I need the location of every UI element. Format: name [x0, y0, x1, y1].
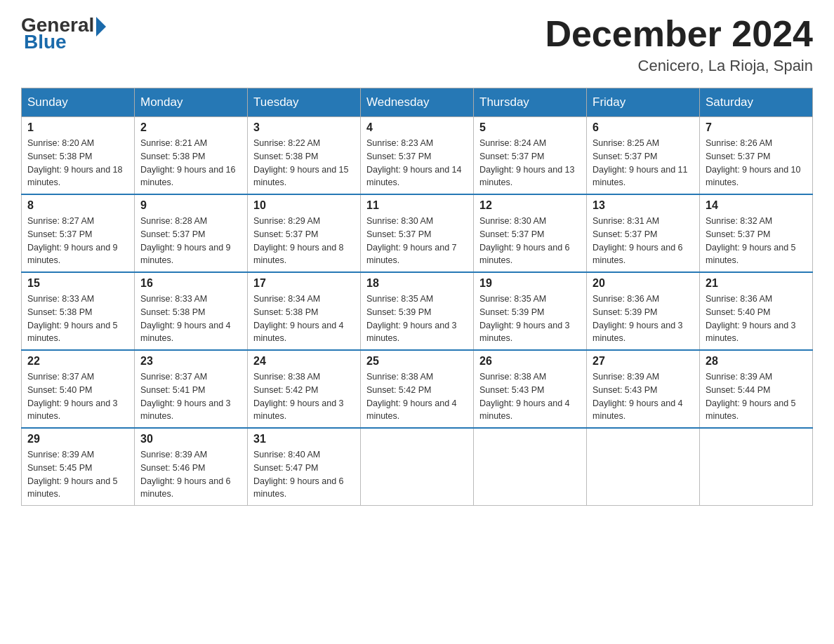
- calendar-week-row: 1 Sunrise: 8:20 AM Sunset: 5:38 PM Dayli…: [22, 117, 813, 195]
- day-number: 10: [253, 199, 355, 212]
- day-info: Sunrise: 8:38 AM Sunset: 5:43 PM Dayligh…: [479, 370, 581, 423]
- day-info: Sunrise: 8:35 AM Sunset: 5:39 PM Dayligh…: [366, 293, 468, 345]
- day-of-week-header: Wednesday: [361, 88, 474, 117]
- day-number: 28: [706, 355, 807, 368]
- calendar-day-cell: [361, 428, 474, 506]
- day-number: 24: [253, 355, 355, 368]
- day-info: Sunrise: 8:30 AM Sunset: 5:37 PM Dayligh…: [479, 215, 581, 267]
- day-number: 25: [366, 355, 468, 368]
- calendar-day-cell: 3 Sunrise: 8:22 AM Sunset: 5:38 PM Dayli…: [248, 117, 361, 195]
- day-number: 20: [593, 277, 694, 290]
- day-info: Sunrise: 8:39 AM Sunset: 5:46 PM Dayligh…: [140, 448, 241, 501]
- day-number: 16: [140, 277, 241, 290]
- day-info: Sunrise: 8:37 AM Sunset: 5:41 PM Dayligh…: [140, 370, 241, 423]
- day-number: 23: [140, 355, 241, 368]
- calendar-day-cell: 22 Sunrise: 8:37 AM Sunset: 5:40 PM Dayl…: [22, 350, 135, 428]
- calendar-day-cell: 21 Sunrise: 8:36 AM Sunset: 5:40 PM Dayl…: [700, 272, 813, 350]
- day-number: 31: [253, 433, 355, 445]
- day-of-week-header: Tuesday: [248, 88, 361, 117]
- day-info: Sunrise: 8:37 AM Sunset: 5:40 PM Dayligh…: [27, 370, 128, 423]
- calendar-day-cell: [474, 428, 587, 506]
- calendar-day-cell: [587, 428, 700, 506]
- day-info: Sunrise: 8:36 AM Sunset: 5:39 PM Dayligh…: [593, 293, 694, 345]
- day-number: 29: [27, 433, 128, 445]
- day-number: 22: [27, 355, 128, 368]
- calendar-day-cell: 13 Sunrise: 8:31 AM Sunset: 5:37 PM Dayl…: [587, 194, 700, 272]
- logo-blue-text: Blue: [24, 31, 67, 53]
- location-title: Cenicero, La Rioja, Spain: [545, 57, 813, 75]
- day-number: 14: [706, 199, 807, 212]
- day-info: Sunrise: 8:40 AM Sunset: 5:47 PM Dayligh…: [253, 448, 355, 501]
- calendar-day-cell: 10 Sunrise: 8:29 AM Sunset: 5:37 PM Dayl…: [248, 194, 361, 272]
- calendar-day-cell: 30 Sunrise: 8:39 AM Sunset: 5:46 PM Dayl…: [135, 428, 248, 506]
- day-number: 5: [479, 121, 581, 134]
- calendar-day-cell: 14 Sunrise: 8:32 AM Sunset: 5:37 PM Dayl…: [700, 194, 813, 272]
- calendar-week-row: 15 Sunrise: 8:33 AM Sunset: 5:38 PM Dayl…: [22, 272, 813, 350]
- calendar-day-cell: 18 Sunrise: 8:35 AM Sunset: 5:39 PM Dayl…: [361, 272, 474, 350]
- day-number: 21: [706, 277, 807, 290]
- day-number: 7: [706, 121, 807, 134]
- calendar-day-cell: 2 Sunrise: 8:21 AM Sunset: 5:38 PM Dayli…: [135, 117, 248, 195]
- day-of-week-header: Saturday: [700, 88, 813, 117]
- calendar-week-row: 29 Sunrise: 8:39 AM Sunset: 5:45 PM Dayl…: [22, 428, 813, 506]
- calendar-day-cell: 26 Sunrise: 8:38 AM Sunset: 5:43 PM Dayl…: [474, 350, 587, 428]
- calendar-header-row: SundayMondayTuesdayWednesdayThursdayFrid…: [22, 88, 813, 117]
- calendar-day-cell: [700, 428, 813, 506]
- day-number: 18: [366, 277, 468, 290]
- calendar-day-cell: 28 Sunrise: 8:39 AM Sunset: 5:44 PM Dayl…: [700, 350, 813, 428]
- day-info: Sunrise: 8:35 AM Sunset: 5:39 PM Dayligh…: [479, 293, 581, 345]
- calendar-day-cell: 17 Sunrise: 8:34 AM Sunset: 5:38 PM Dayl…: [248, 272, 361, 350]
- day-number: 26: [479, 355, 581, 368]
- calendar-day-cell: 7 Sunrise: 8:26 AM Sunset: 5:37 PM Dayli…: [700, 117, 813, 195]
- day-info: Sunrise: 8:39 AM Sunset: 5:43 PM Dayligh…: [593, 370, 694, 423]
- calendar-day-cell: 11 Sunrise: 8:30 AM Sunset: 5:37 PM Dayl…: [361, 194, 474, 272]
- calendar-day-cell: 25 Sunrise: 8:38 AM Sunset: 5:42 PM Dayl…: [361, 350, 474, 428]
- calendar-table: SundayMondayTuesdayWednesdayThursdayFrid…: [21, 88, 813, 506]
- day-number: 3: [253, 121, 355, 134]
- title-area: December 2024 Cenicero, La Rioja, Spain: [545, 14, 813, 75]
- calendar-day-cell: 4 Sunrise: 8:23 AM Sunset: 5:37 PM Dayli…: [361, 117, 474, 195]
- calendar-day-cell: 23 Sunrise: 8:37 AM Sunset: 5:41 PM Dayl…: [135, 350, 248, 428]
- calendar-day-cell: 27 Sunrise: 8:39 AM Sunset: 5:43 PM Dayl…: [587, 350, 700, 428]
- day-info: Sunrise: 8:26 AM Sunset: 5:37 PM Dayligh…: [706, 137, 807, 189]
- day-number: 30: [140, 433, 241, 445]
- day-info: Sunrise: 8:36 AM Sunset: 5:40 PM Dayligh…: [706, 293, 807, 345]
- day-info: Sunrise: 8:38 AM Sunset: 5:42 PM Dayligh…: [366, 370, 468, 423]
- day-info: Sunrise: 8:33 AM Sunset: 5:38 PM Dayligh…: [140, 293, 241, 345]
- day-number: 9: [140, 199, 241, 212]
- calendar-week-row: 8 Sunrise: 8:27 AM Sunset: 5:37 PM Dayli…: [22, 194, 813, 272]
- day-number: 2: [140, 121, 241, 134]
- calendar-week-row: 22 Sunrise: 8:37 AM Sunset: 5:40 PM Dayl…: [22, 350, 813, 428]
- day-number: 1: [27, 121, 128, 134]
- day-info: Sunrise: 8:31 AM Sunset: 5:37 PM Dayligh…: [593, 215, 694, 267]
- day-number: 12: [479, 199, 581, 212]
- day-of-week-header: Friday: [587, 88, 700, 117]
- calendar-day-cell: 29 Sunrise: 8:39 AM Sunset: 5:45 PM Dayl…: [22, 428, 135, 506]
- day-info: Sunrise: 8:23 AM Sunset: 5:37 PM Dayligh…: [366, 137, 468, 189]
- logo: General Blue: [21, 14, 106, 53]
- day-of-week-header: Thursday: [474, 88, 587, 117]
- day-of-week-header: Sunday: [22, 88, 135, 117]
- calendar-day-cell: 31 Sunrise: 8:40 AM Sunset: 5:47 PM Dayl…: [248, 428, 361, 506]
- page-header: General Blue December 2024 Cenicero, La …: [21, 14, 813, 75]
- day-info: Sunrise: 8:38 AM Sunset: 5:42 PM Dayligh…: [253, 370, 355, 423]
- day-info: Sunrise: 8:20 AM Sunset: 5:38 PM Dayligh…: [27, 137, 128, 189]
- calendar-day-cell: 24 Sunrise: 8:38 AM Sunset: 5:42 PM Dayl…: [248, 350, 361, 428]
- day-info: Sunrise: 8:39 AM Sunset: 5:45 PM Dayligh…: [27, 448, 128, 501]
- day-info: Sunrise: 8:29 AM Sunset: 5:37 PM Dayligh…: [253, 215, 355, 267]
- day-number: 6: [593, 121, 694, 134]
- day-info: Sunrise: 8:39 AM Sunset: 5:44 PM Dayligh…: [706, 370, 807, 423]
- calendar-day-cell: 15 Sunrise: 8:33 AM Sunset: 5:38 PM Dayl…: [22, 272, 135, 350]
- day-info: Sunrise: 8:28 AM Sunset: 5:37 PM Dayligh…: [140, 215, 241, 267]
- day-number: 13: [593, 199, 694, 212]
- calendar-day-cell: 1 Sunrise: 8:20 AM Sunset: 5:38 PM Dayli…: [22, 117, 135, 195]
- logo-arrow-icon: [96, 17, 106, 36]
- calendar-day-cell: 20 Sunrise: 8:36 AM Sunset: 5:39 PM Dayl…: [587, 272, 700, 350]
- day-info: Sunrise: 8:32 AM Sunset: 5:37 PM Dayligh…: [706, 215, 807, 267]
- day-number: 17: [253, 277, 355, 290]
- day-info: Sunrise: 8:21 AM Sunset: 5:38 PM Dayligh…: [140, 137, 241, 189]
- day-info: Sunrise: 8:27 AM Sunset: 5:37 PM Dayligh…: [27, 215, 128, 267]
- day-info: Sunrise: 8:22 AM Sunset: 5:38 PM Dayligh…: [253, 137, 355, 189]
- calendar-day-cell: 9 Sunrise: 8:28 AM Sunset: 5:37 PM Dayli…: [135, 194, 248, 272]
- day-number: 8: [27, 199, 128, 212]
